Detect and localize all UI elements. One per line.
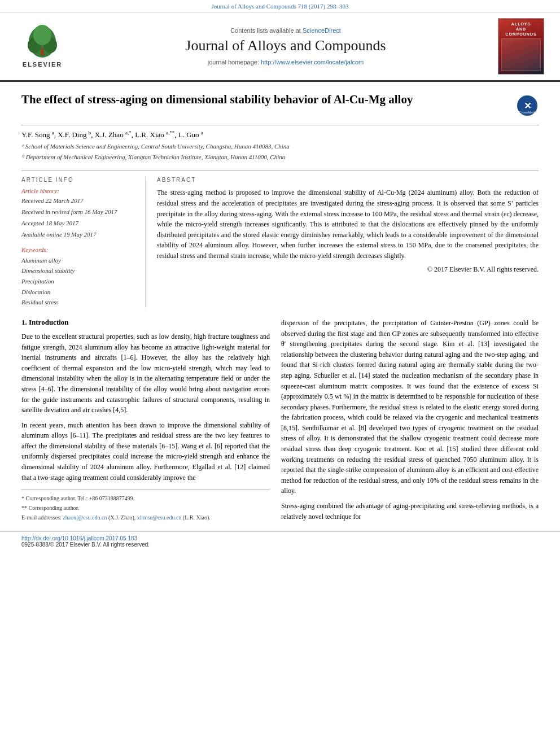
bottom-bar: http://dx.doi.org/10.1016/j.jallcom.2017…	[0, 531, 560, 551]
intro-para-1: Due to the excellent structural properti…	[21, 331, 270, 416]
email-link-2[interactable]: xlrmse@csu.edu.cn	[137, 514, 182, 521]
authors-line: Y.F. Song a, X.F. Ding b, X.J. Zhao a,*,…	[21, 130, 539, 139]
affiliation-a: ᵃ School of Materials Science and Engine…	[21, 142, 539, 151]
article-info-header: ARTICLE INFO	[21, 177, 137, 183]
homepage-line: journal homepage: http://www.elsevier.co…	[79, 59, 492, 65]
svg-point-5	[41, 48, 44, 51]
crossmark-icon: ✕ CrossMark	[516, 94, 539, 117]
authors-section: Y.F. Song a, X.F. Ding b, X.J. Zhao a,*,…	[21, 125, 539, 164]
email-name-2: (L.R. Xiao).	[183, 514, 211, 521]
main-content: The effect of stress-aging on dimensiona…	[0, 82, 560, 522]
journal-header-center: Contents lists available at ScienceDirec…	[79, 27, 492, 65]
svg-point-4	[33, 25, 51, 45]
top-bar: Journal of Alloys and Compounds 718 (201…	[0, 0, 560, 12]
intro-para-2: In recent years, much attention has been…	[21, 420, 270, 483]
abstract-col: ABSTRACT The stress-aging method is prop…	[157, 177, 539, 308]
elsevier-logo-area: ELSEVIER	[11, 25, 73, 68]
abstract-copyright: © 2017 Elsevier B.V. All rights reserved…	[157, 264, 539, 275]
svg-text:✕: ✕	[524, 101, 531, 111]
received-date: Received 22 March 2017	[21, 195, 137, 207]
history-label: Article history:	[21, 187, 137, 194]
footnote-section: * Corresponding author. Tel.: +86 073188…	[21, 490, 270, 522]
intro-right-col: dispersion of the precipitates, the prec…	[281, 318, 539, 522]
keyword-2: Dimensional stability	[21, 265, 137, 276]
intro-left-col: 1. Introduction Due to the excellent str…	[21, 318, 270, 522]
crossmark-logo: ✕ CrossMark	[516, 94, 539, 119]
keyword-5: Residual stress	[21, 297, 137, 308]
keyword-3: Precipitation	[21, 276, 137, 287]
intro-right-para-2: Stress-aging combined the advantage of a…	[281, 501, 539, 522]
svg-rect-6	[41, 51, 44, 55]
footnote-corresponding-2: ** Corresponding author.	[21, 503, 270, 513]
intro-section-title: 1. Introduction	[21, 318, 270, 327]
doi-link[interactable]: http://dx.doi.org/10.1016/j.jallcom.2017…	[21, 535, 137, 541]
abstract-header: ABSTRACT	[157, 177, 539, 183]
journal-thumbnail: ALLOYSANDCOMPOUNDS	[498, 18, 549, 75]
accepted-date: Accepted 18 May 2017	[21, 218, 137, 229]
available-date: Available online 19 May 2017	[21, 229, 137, 241]
issn-text: 0925-8388/© 2017 Elsevier B.V. All right…	[21, 541, 150, 548]
homepage-link[interactable]: http://www.elsevier.com/locate/jalcom	[261, 59, 364, 65]
authors-text: Y.F. Song a, X.F. Ding b, X.J. Zhao a,*,…	[21, 130, 203, 139]
email-link-1[interactable]: zhaoxj@csu.edu.cn	[63, 514, 107, 521]
article-info-col: ARTICLE INFO Article history: Received 2…	[21, 177, 146, 308]
journal-header: ELSEVIER Contents lists available at Sci…	[0, 12, 560, 82]
footnote-corresponding-1: * Corresponding author. Tel.: +86 073188…	[21, 493, 270, 503]
keyword-4: Dislocation	[21, 287, 137, 298]
elsevier-wordmark: ELSEVIER	[23, 61, 62, 68]
abstract-text: The stress-aging method is proposed to i…	[157, 187, 539, 261]
two-col-section: ARTICLE INFO Article history: Received 2…	[21, 171, 539, 308]
journal-reference: Journal of Alloys and Compounds 718 (201…	[212, 3, 349, 10]
sciencedirect-link[interactable]: ScienceDirect	[303, 27, 341, 34]
paper-title-section: The effect of stress-aging on dimensiona…	[21, 82, 539, 125]
keyword-1: Aluminum alloy	[21, 255, 137, 266]
keywords-label: Keywords:	[21, 246, 137, 253]
email-name-1: (X.J. Zhao),	[108, 514, 135, 521]
received-revised-date: Received in revised form 16 May 2017	[21, 207, 137, 218]
intro-section: 1. Introduction Due to the excellent str…	[21, 318, 539, 522]
paper-title: The effect of stress-aging on dimensiona…	[21, 92, 413, 107]
thumb-journal-label: ALLOYSANDCOMPOUNDS	[505, 21, 536, 37]
intro-right-para-1: dispersion of the precipitates, the prec…	[281, 318, 539, 496]
elsevier-tree-icon	[20, 25, 65, 59]
journal-title-text: Journal of Alloys and Compounds	[79, 37, 492, 54]
contents-available-line: Contents lists available at ScienceDirec…	[79, 27, 492, 34]
footnote-emails: E-mail addresses: zhaoxj@csu.edu.cn (X.J…	[21, 513, 270, 522]
affiliation-b: ᵇ Department of Mechanical Engineering, …	[21, 152, 539, 162]
svg-text:CrossMark: CrossMark	[519, 111, 536, 114]
